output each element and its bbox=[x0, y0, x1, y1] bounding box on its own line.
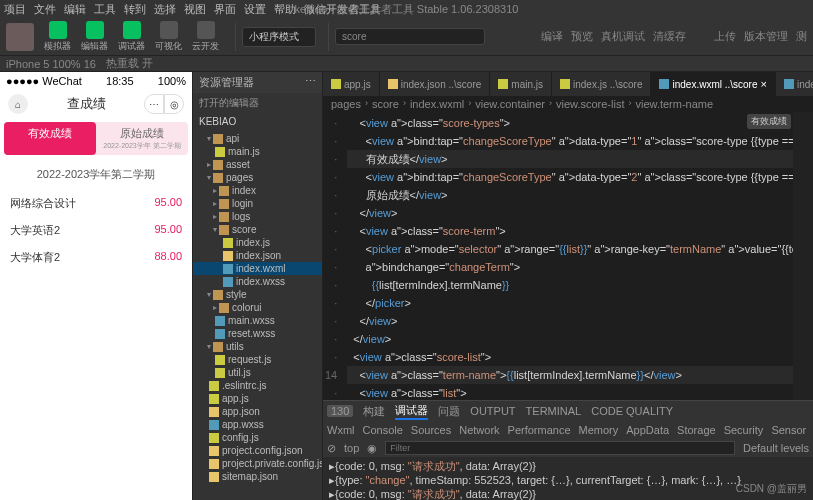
editor-tabs: app.jsindex.json ..\scoremain.jsindex.js… bbox=[323, 72, 813, 96]
home-icon[interactable]: ⌂ bbox=[8, 94, 28, 114]
list-item: 大学英语295.00 bbox=[0, 217, 192, 244]
window-title: kebiao - 微信开发者工具 Stable 1.06.2308310 bbox=[295, 2, 519, 17]
page-title: 查成绩 bbox=[67, 95, 106, 113]
tree-item[interactable]: sitemap.json bbox=[193, 470, 322, 483]
clear-icon[interactable]: ⊘ bbox=[327, 442, 336, 455]
menubar: 项目文件编辑工具转到选择视图界面设置帮助微信开发者工具 kebiao - 微信开… bbox=[0, 0, 813, 18]
tree-item[interactable]: ▸login bbox=[193, 197, 322, 210]
tree-item[interactable]: app.json bbox=[193, 405, 322, 418]
tree-item[interactable]: ▸logs bbox=[193, 210, 322, 223]
simulator-button[interactable]: 模拟器 bbox=[44, 21, 71, 53]
toolbar: 模拟器 编辑器 调试器 可视化 云开发 小程序模式 score 编译 预览 真机… bbox=[0, 18, 813, 56]
more-icon[interactable]: ⋯ bbox=[144, 94, 164, 114]
file-explorer: 资源管理器⋯ 打开的编辑器 KEBIAO ▾apimain.js▸asset▾p… bbox=[193, 72, 323, 500]
editor-tab[interactable]: main.js bbox=[490, 72, 552, 96]
editor-tab[interactable]: index.js ..\score bbox=[552, 72, 651, 96]
devtools-tabs: 130构建调试器问题OUTPUTTERMINALCODE QUALITY bbox=[323, 401, 813, 421]
target-icon[interactable]: ◎ bbox=[164, 94, 184, 114]
tree-item[interactable]: index.wxml bbox=[193, 262, 322, 275]
editor-tab[interactable]: index.json ..\score bbox=[380, 72, 491, 96]
tree-item[interactable]: app.js bbox=[193, 392, 322, 405]
tree-item[interactable]: main.js bbox=[193, 145, 322, 158]
editor-button[interactable]: 编辑器 bbox=[81, 21, 108, 53]
tree-item[interactable]: project.private.config.json bbox=[193, 457, 322, 470]
code-area[interactable]: ··············14·· <view a">class="score… bbox=[323, 112, 813, 400]
tree-item[interactable]: ▾utils bbox=[193, 340, 322, 353]
tree-item[interactable]: ▸colorui bbox=[193, 301, 322, 314]
score-tabs: 有效成绩 原始成绩2022-2023学年 第二学期 bbox=[4, 122, 188, 155]
editor-tab[interactable]: app.js bbox=[323, 72, 380, 96]
cloud-button[interactable]: 云开发 bbox=[192, 21, 219, 53]
toolbar-mid: 编译 预览 真机调试 清缓存 上传 版本管理 测 bbox=[541, 29, 807, 44]
editor-tab[interactable]: index.wxs bbox=[776, 72, 813, 96]
close-icon: × bbox=[761, 78, 767, 90]
minimap[interactable] bbox=[793, 112, 813, 400]
tab-effective[interactable]: 有效成绩 bbox=[4, 122, 96, 155]
tab-original[interactable]: 原始成绩2022-2023学年 第二学期 bbox=[96, 122, 188, 155]
phone-preview: ●●●●● WeChat18:35100% ⌂ 查成绩 ⋯◎ 有效成绩 原始成绩… bbox=[0, 72, 192, 500]
tree-item[interactable]: util.js bbox=[193, 366, 322, 379]
tree-item[interactable]: .eslintrc.js bbox=[193, 379, 322, 392]
tree-item[interactable]: index.wxss bbox=[193, 275, 322, 288]
tree-item[interactable]: project.config.json bbox=[193, 444, 322, 457]
avatar[interactable] bbox=[6, 23, 34, 51]
tree-item[interactable]: ▾api bbox=[193, 132, 322, 145]
watermark: CSDN @盖丽男 bbox=[736, 482, 807, 496]
tree-item[interactable]: ▸asset bbox=[193, 158, 322, 171]
visual-button[interactable]: 可视化 bbox=[155, 21, 182, 53]
tree-item[interactable]: ▾style bbox=[193, 288, 322, 301]
tree-item[interactable]: ▾score bbox=[193, 223, 322, 236]
sim-header: iPhone 5 100% 16 热重载 开 bbox=[0, 56, 813, 72]
tree-item[interactable]: reset.wxss bbox=[193, 327, 322, 340]
tree-item[interactable]: main.wxss bbox=[193, 314, 322, 327]
score-list: 网络综合设计95.00 大学英语295.00 大学体育288.00 bbox=[0, 190, 192, 271]
tree-item[interactable]: ▸index bbox=[193, 184, 322, 197]
more-icon[interactable]: ⋯ bbox=[305, 75, 316, 90]
tree-item[interactable]: config.js bbox=[193, 431, 322, 444]
devtools-subtabs: WxmlConsoleSourcesNetworkPerformanceMemo… bbox=[323, 421, 813, 439]
tree-item[interactable]: app.wxss bbox=[193, 418, 322, 431]
tree-item[interactable]: index.js bbox=[193, 236, 322, 249]
debugger-button[interactable]: 调试器 bbox=[118, 21, 145, 53]
list-item: 网络综合设计95.00 bbox=[0, 190, 192, 217]
breadcrumb[interactable]: pages › score › index.wxml › view.contai… bbox=[323, 96, 813, 112]
simulator-panel: ●●●●● WeChat18:35100% ⌂ 查成绩 ⋯◎ 有效成绩 原始成绩… bbox=[0, 72, 193, 500]
filter-input[interactable] bbox=[385, 441, 735, 455]
file-tree: ▾apimain.js▸asset▾pages▸index▸login▸logs… bbox=[193, 130, 322, 485]
search-input[interactable]: score bbox=[335, 28, 485, 45]
minimap-tag: 有效成绩 bbox=[747, 114, 791, 129]
editor-tab[interactable]: index.wxml ..\score × bbox=[651, 72, 775, 96]
code-editor: app.jsindex.json ..\scoremain.jsindex.js… bbox=[323, 72, 813, 500]
list-item: 大学体育288.00 bbox=[0, 244, 192, 271]
mode-dropdown[interactable]: 小程序模式 bbox=[242, 27, 316, 47]
tree-item[interactable]: index.json bbox=[193, 249, 322, 262]
tree-item[interactable]: ▾pages bbox=[193, 171, 322, 184]
tree-item[interactable]: request.js bbox=[193, 353, 322, 366]
term-picker[interactable]: 2022-2023学年第二学期 bbox=[0, 159, 192, 190]
